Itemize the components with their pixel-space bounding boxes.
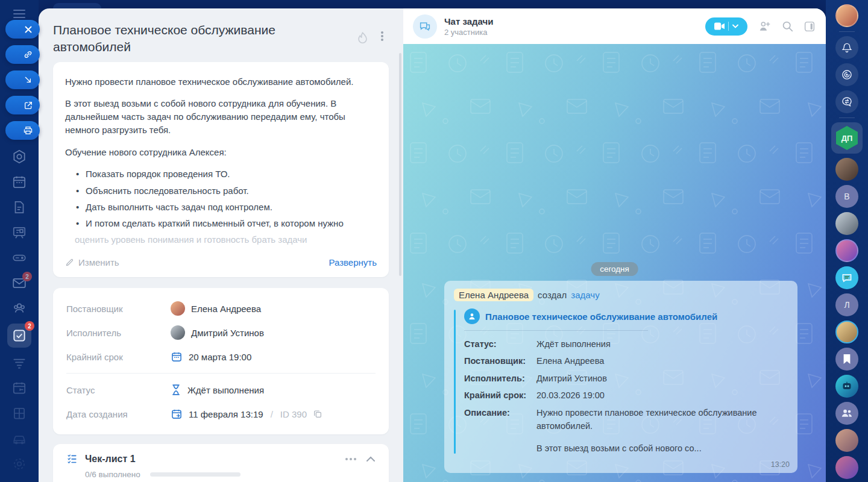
copy-link-button[interactable] xyxy=(5,45,40,64)
car-icon xyxy=(11,431,27,446)
contact-avatar[interactable] xyxy=(835,239,858,262)
video-call-button[interactable] xyxy=(705,17,747,36)
right-sidebar: ДП В Л xyxy=(826,0,868,482)
contact-initial[interactable]: В xyxy=(835,185,858,208)
detail-row: Крайний срок 20 марта 19:00 xyxy=(66,345,376,369)
contact-avatar[interactable] xyxy=(835,321,858,343)
status-text: Ждёт выполнения xyxy=(187,385,264,395)
description-line: Нужно провести плановое техническое обсл… xyxy=(536,408,756,431)
sidebar-item-cars[interactable] xyxy=(11,431,27,446)
notifications-button[interactable] xyxy=(835,36,858,59)
channel-item[interactable] xyxy=(835,266,858,289)
contact-avatar[interactable] xyxy=(835,158,858,181)
chevron-up-icon[interactable] xyxy=(366,456,376,462)
contact-avatar[interactable] xyxy=(835,456,858,479)
sidebar-item-company[interactable] xyxy=(11,405,27,421)
task-panel: Плановое техническое обслуживание автомо… xyxy=(39,8,403,482)
close-button[interactable] xyxy=(5,20,40,39)
sidebar-item-tasks[interactable]: 2 xyxy=(7,324,31,348)
deadline-text: 20 марта 19:00 xyxy=(189,352,251,362)
chat-header: Чат задачи 2 участника xyxy=(403,8,826,44)
task-link[interactable]: задачу xyxy=(571,290,599,300)
separator: / xyxy=(271,409,273,419)
add-member-button[interactable] xyxy=(758,20,771,32)
sidebar-item-mail[interactable]: 2 xyxy=(11,275,27,291)
page-title: Плановое техническое обслуживание автомо… xyxy=(53,22,294,56)
sidebar-item-drive[interactable] xyxy=(11,250,27,266)
description-paragraph: Нужно провести плановое техническое обсл… xyxy=(65,75,377,89)
chat-avatar[interactable] xyxy=(413,14,437,39)
message-field: Исполнитель: Дмитрий Устинов xyxy=(464,372,788,385)
description-truncated: В этот выезд возьми с собой нового со... xyxy=(536,443,702,453)
chat-body: сегодня Елена Андреева создал задачу Пла… xyxy=(403,44,826,482)
chat-panel: Чат задачи 2 участника xyxy=(403,8,826,482)
sender-chip[interactable]: Елена Андреева xyxy=(454,289,533,301)
expand-button[interactable]: Развернуть xyxy=(329,257,377,268)
created-text: 11 февраля 13:19 xyxy=(189,409,263,419)
message-field: Статус: Ждёт выполнения xyxy=(464,337,788,351)
saved-messages-item[interactable] xyxy=(835,348,858,371)
collapse-button[interactable] xyxy=(5,70,40,89)
description-paragraph: В этот выезд возьми с собой нового сотру… xyxy=(65,97,377,136)
feed-icon xyxy=(11,355,27,371)
assignee-value[interactable]: Дмитрий Устинов xyxy=(171,325,264,340)
search-button[interactable] xyxy=(782,20,793,32)
kebab-menu[interactable] xyxy=(377,30,388,42)
open-in-new-button[interactable] xyxy=(5,96,40,114)
scrollbar[interactable] xyxy=(399,53,401,276)
edit-button[interactable]: Изменить xyxy=(65,257,119,268)
sidebar-item-board[interactable] xyxy=(11,225,27,240)
profile-avatar[interactable] xyxy=(835,4,858,27)
tasks-icon xyxy=(11,328,27,343)
main-window: Плановое техническое обслуживание автомо… xyxy=(39,8,826,482)
task-description-card: Нужно провести плановое техническое обсл… xyxy=(53,62,389,278)
deadline-value[interactable]: 20 марта 19:00 xyxy=(171,351,251,363)
status-value[interactable]: Ждёт выполнения xyxy=(171,384,264,396)
group-chat-item[interactable] xyxy=(835,402,858,425)
list-item: Объяснить последовательность работ. xyxy=(76,184,377,198)
messenger-button[interactable] xyxy=(835,90,858,113)
list-item: И потом сделать краткий письменный отчет… xyxy=(76,217,377,230)
divider xyxy=(66,373,376,374)
sidebar-item-more-settings[interactable] xyxy=(11,456,27,472)
sidebar-item-documents[interactable] xyxy=(11,199,27,215)
spacer xyxy=(536,433,788,442)
flame-icon[interactable] xyxy=(357,31,368,45)
menu-icon[interactable] xyxy=(13,10,25,18)
sidebar-item-calendar[interactable] xyxy=(11,174,27,190)
bot-avatar[interactable] xyxy=(835,375,858,398)
copy-icon[interactable] xyxy=(313,409,322,419)
sidebar-item-planner[interactable] xyxy=(11,380,27,396)
field-label: Постановщик xyxy=(66,304,171,314)
checklist-progress: 0/6 выполнено xyxy=(85,470,140,479)
divider xyxy=(839,117,855,118)
contact-avatar[interactable] xyxy=(835,429,858,452)
progress-bar xyxy=(150,472,241,477)
sidebar-item-employees[interactable] xyxy=(11,301,27,316)
side-panel-button[interactable] xyxy=(804,21,815,32)
field-value: 20.03.2026 19:00 xyxy=(536,389,788,402)
description-paragraph: Обучение нового сотрудника Алексея: xyxy=(65,146,377,159)
sidebar-item-settings[interactable] xyxy=(11,149,27,164)
contact-avatar[interactable] xyxy=(835,212,858,235)
task-card-title[interactable]: Плановое техническое обслуживание автомо… xyxy=(485,311,717,322)
creator-value[interactable]: Елена Андреева xyxy=(171,301,261,316)
mail-badge: 2 xyxy=(22,272,32,281)
detail-row: Дата создания 11 февраля 13:19 / ID 390 xyxy=(66,402,376,426)
hourglass-icon xyxy=(171,384,181,396)
workspace-item-active[interactable]: ДП xyxy=(831,122,863,154)
field-label: Дата создания xyxy=(66,409,171,419)
message-field: Описание: Нужно провести плановое технич… xyxy=(464,406,788,455)
contact-initial[interactable]: Л xyxy=(835,293,858,316)
date-pill: сегодня xyxy=(591,262,638,276)
message-field: Постановщик: Елена Андреева xyxy=(464,354,788,368)
checklist-menu[interactable] xyxy=(345,458,356,460)
print-button[interactable] xyxy=(5,121,40,140)
sidebar-item-feed[interactable] xyxy=(11,355,27,371)
copilot-button[interactable] xyxy=(835,63,858,86)
drive-icon xyxy=(11,250,27,266)
panel-icon xyxy=(804,21,815,32)
sidebar-nav: 2 2 xyxy=(0,149,39,472)
message-time: 13:20 xyxy=(771,460,790,469)
task-id: ID 390 xyxy=(280,409,307,419)
